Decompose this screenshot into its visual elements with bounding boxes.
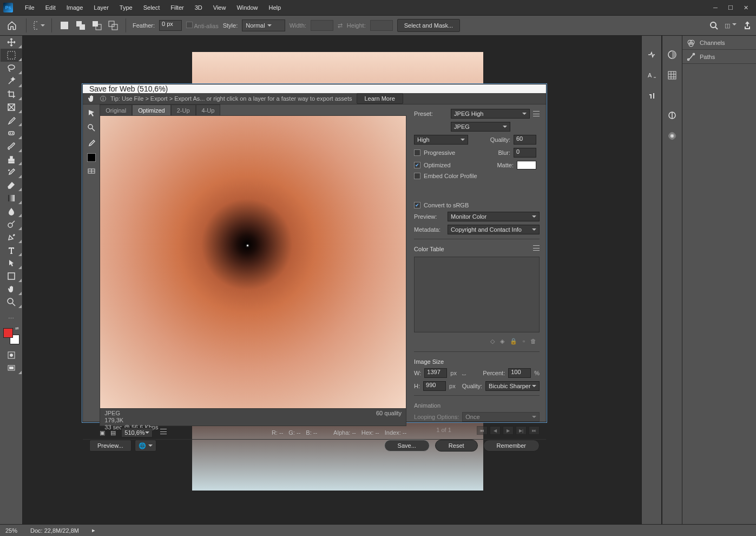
panel-icon-2[interactable]: A [646, 69, 658, 81]
menu-image[interactable]: Image [61, 2, 89, 13]
lasso-tool[interactable] [1, 62, 22, 75]
home-button[interactable] [4, 18, 19, 33]
learn-more-button[interactable]: Learn More [357, 93, 403, 104]
menu-file[interactable]: File [19, 2, 40, 13]
embed-profile-checkbox[interactable] [414, 173, 420, 179]
crop-tool[interactable] [1, 88, 22, 101]
menu-window[interactable]: Window [231, 2, 263, 13]
tab-4up[interactable]: 4-Up [196, 104, 221, 115]
menu-filter[interactable]: Filter [165, 2, 189, 13]
pen-tool[interactable] [1, 231, 22, 244]
eraser-tool[interactable] [1, 179, 22, 192]
hand-tool[interactable] [1, 283, 22, 296]
menu-select[interactable]: Select [138, 2, 166, 13]
eyedropper-tool[interactable] [1, 114, 22, 127]
close-icon[interactable]: ✕ [742, 4, 750, 11]
foreground-color[interactable] [3, 328, 13, 338]
move-tool[interactable] [1, 36, 22, 49]
optimized-checkbox[interactable] [414, 162, 420, 168]
color-table-menu-icon[interactable] [533, 245, 540, 251]
frame-tool[interactable] [1, 101, 22, 114]
edit-toolbar-button[interactable]: ⋯ [1, 312, 22, 325]
status-flyout-icon[interactable]: ▸ [92, 527, 95, 534]
ct-icon-1[interactable]: ◇ [490, 338, 495, 345]
select-and-mask-button[interactable]: Select and Mask... [397, 19, 461, 32]
history-brush-tool[interactable] [1, 166, 22, 179]
screen-mode-button[interactable] [1, 362, 22, 375]
ct-trash-icon[interactable]: 🗑 [530, 338, 536, 345]
zoom-select[interactable]: 510,6% [121, 428, 153, 437]
type-tool[interactable] [1, 244, 22, 257]
brush-tool[interactable] [1, 140, 22, 153]
search-icon[interactable] [709, 21, 718, 30]
swatches-panel-icon[interactable] [666, 69, 678, 81]
share-icon[interactable] [743, 21, 752, 30]
zoom-tool-icon[interactable] [86, 122, 97, 134]
feather-input[interactable]: 0 px [159, 20, 182, 31]
stamp-tool[interactable] [1, 153, 22, 166]
maximize-icon[interactable]: ☐ [727, 4, 734, 11]
magic-wand-tool[interactable] [1, 75, 22, 88]
menu-type[interactable]: Type [114, 2, 138, 13]
adjustments-panel-icon[interactable] [666, 109, 678, 121]
swap-colors-icon[interactable]: ⇄ [15, 326, 19, 331]
healing-tool[interactable] [1, 127, 22, 140]
color-swatches[interactable]: ⇄ [3, 328, 19, 344]
link-dims-icon[interactable]: ⎵ [462, 370, 466, 376]
dodge-tool[interactable] [1, 218, 22, 231]
preset-select[interactable]: JPEG High [451, 109, 530, 119]
blur-tool[interactable] [1, 205, 22, 218]
shape-tool[interactable] [1, 270, 22, 283]
subtract-selection-icon[interactable] [91, 19, 103, 31]
resize-quality-select[interactable]: Bicubic Sharper [485, 381, 540, 391]
menu-view[interactable]: View [208, 2, 232, 13]
ct-icon-2[interactable]: ◈ [500, 338, 504, 345]
preview-button[interactable]: Preview... [89, 440, 132, 452]
format-select[interactable]: JPEG [451, 122, 510, 132]
gradient-tool[interactable] [1, 192, 22, 205]
convert-srgb-checkbox[interactable] [414, 202, 420, 208]
preview-select[interactable]: Monitor Color [448, 212, 540, 221]
menu-help[interactable]: Help [264, 2, 287, 13]
menu-3d[interactable]: 3D [189, 2, 208, 13]
preview-image[interactable] [100, 115, 406, 409]
tab-optimized[interactable]: Optimized [132, 104, 171, 115]
quick-mask-button[interactable] [1, 349, 22, 362]
blur-input[interactable]: 0 [514, 148, 536, 158]
height-input[interactable]: 990 [423, 381, 446, 391]
original-toggle-icon[interactable]: ▣ [100, 429, 105, 436]
menu-layer[interactable]: Layer [88, 2, 114, 13]
width-input[interactable]: 1397 [424, 368, 447, 378]
reset-button[interactable]: Reset [435, 440, 478, 452]
new-selection-icon[interactable] [58, 19, 70, 31]
menu-edit[interactable]: Edit [40, 2, 61, 13]
styles-panel-icon[interactable] [666, 130, 678, 142]
minimize-icon[interactable]: ─ [712, 4, 719, 11]
metadata-select[interactable]: Copyright and Contact Info [448, 225, 540, 234]
eyedropper-tool-icon[interactable] [86, 137, 97, 149]
progressive-checkbox[interactable] [414, 149, 420, 156]
paths-panel-tab[interactable]: Paths [682, 50, 756, 64]
status-doc-size[interactable]: Doc: 22,8M/22,8M [30, 527, 79, 534]
slice-select-tool-icon[interactable] [86, 107, 97, 119]
panel-icon-1[interactable] [646, 49, 658, 61]
preset-menu-icon[interactable] [533, 111, 540, 116]
path-select-tool[interactable] [1, 257, 22, 270]
quality-mode-select[interactable]: High [414, 135, 468, 145]
matte-swatch[interactable] [517, 161, 536, 169]
browser-preview-button[interactable]: 🌐 [135, 440, 156, 452]
add-selection-icon[interactable] [75, 19, 87, 31]
intersect-selection-icon[interactable] [107, 19, 119, 31]
workspace-icon[interactable]: ◫ [725, 22, 737, 29]
color-panel-icon[interactable] [666, 49, 678, 61]
tab-original[interactable]: Original [100, 104, 132, 115]
remember-button[interactable]: Remember [483, 440, 540, 452]
marquee-tool[interactable] [1, 49, 22, 62]
style-select[interactable]: Normal [242, 19, 285, 31]
hand-icon[interactable] [87, 94, 96, 103]
tab-2up[interactable]: 2-Up [171, 104, 196, 115]
marquee-preset-icon[interactable] [33, 19, 45, 31]
status-zoom[interactable]: 25% [5, 527, 17, 534]
slice-visibility-icon[interactable] [86, 165, 97, 177]
quality-input[interactable]: 60 [514, 135, 536, 145]
